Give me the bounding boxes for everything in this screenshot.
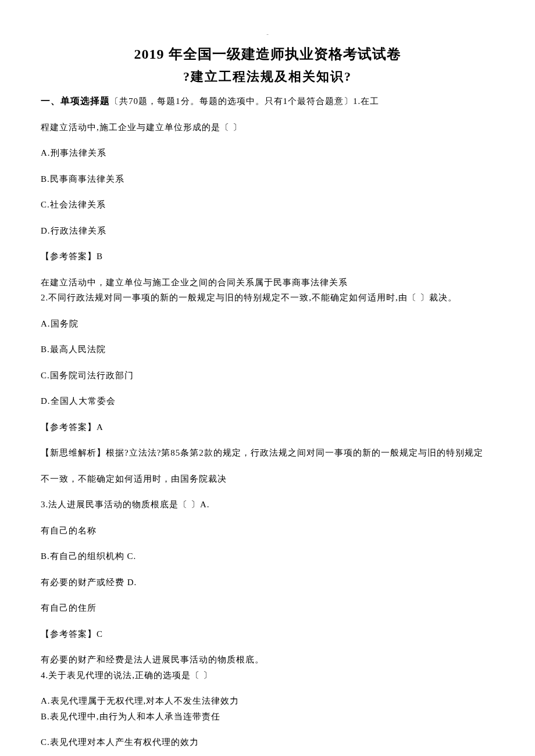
- exam-title: 2019 年全国一级建造师执业资格考试试卷: [41, 44, 494, 65]
- q2-option-b: B.最高人民法院: [41, 343, 494, 356]
- q3-option-b: B.有自己的组织机构 C.: [41, 550, 494, 563]
- q1-option-b: B.民事商事法律关系: [41, 173, 494, 186]
- section-heading-bold: 一、单项选择题: [41, 96, 110, 106]
- q1-option-c: C.社会法律关系: [41, 198, 494, 212]
- q2-option-d: D.全国人大常委会: [41, 395, 494, 408]
- q2-explanation-2: 不一致，不能确定如何适用时，由国务院裁决: [41, 472, 494, 486]
- q2-explanation-1: 【新思维解析】根据?立法法?第85条第2款的规定，行政法规之间对同一事项的新的一…: [41, 446, 494, 460]
- q3-explanation: 有必要的财产和经费是法人进展民事活动的物质根底。: [41, 653, 494, 667]
- section-heading-rest: 〔共70题，每题1分。每题的选项中。只有1个最符合题意〕1.在工: [110, 96, 379, 106]
- q2-option-a: A.国务院: [41, 317, 494, 331]
- q3-option-a: 有自己的名称: [41, 524, 494, 538]
- q1-stem-line2: 程建立活动中,施工企业与建立单位形成的是〔 〕: [41, 121, 494, 134]
- q1-option-a: A.刑事法律关系: [41, 146, 494, 160]
- q1-option-d: D.行政法律关系: [41, 224, 494, 238]
- q4-option-b: B.表见代理中,由行为人和本人承当连带责任: [41, 710, 494, 723]
- q3-option-d: 有自己的住所: [41, 601, 494, 615]
- q2-option-c: C.国务院司法行政部门: [41, 369, 494, 382]
- q4-option-a: A.表见代理属于无权代理,对本人不发生法律效力: [41, 694, 494, 708]
- q4-stem: 4.关于表见代理的说法,正确的选项是〔 〕: [41, 669, 494, 682]
- q4-option-c: C.表见代理对本人产生有权代理的效力: [41, 736, 494, 749]
- q1-answer: 【参考答案】B: [41, 250, 494, 263]
- header-mark: -: [41, 29, 494, 39]
- section-heading: 一、单项选择题〔共70题，每题1分。每题的选项中。只有1个最符合题意〕1.在工: [41, 94, 494, 108]
- q3-option-c: 有必要的财产或经费 D.: [41, 576, 494, 589]
- q1-explanation: 在建立活动中，建立单位与施工企业之间的合同关系属于民事商事法律关系: [41, 276, 494, 289]
- q2-answer: 【参考答案】A: [41, 421, 494, 434]
- q2-stem: 2.不同行政法规对同一事项的新的一般规定与旧的特别规定不一致,不能确定如何适用时…: [41, 291, 494, 304]
- q3-answer: 【参考答案】C: [41, 628, 494, 641]
- exam-subtitle: ?建立工程法规及相关知识?: [41, 67, 494, 86]
- q3-stem: 3.法人进展民事活动的物质根底是〔 〕A.: [41, 498, 494, 511]
